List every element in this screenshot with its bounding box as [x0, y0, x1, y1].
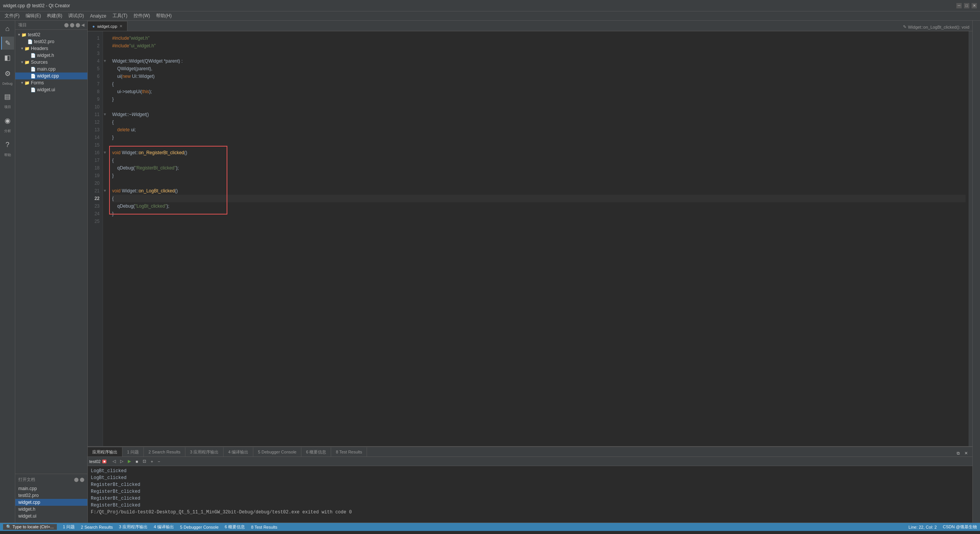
sidebar-welcome-btn[interactable]: ⌂: [1, 22, 14, 35]
fold-18: [103, 164, 109, 172]
output-line-2: LogBt_clicked: [91, 474, 969, 481]
tree-item-forms[interactable]: ▼ 📁 Forms: [15, 79, 87, 86]
ln-3: 3: [88, 50, 103, 57]
menu-build[interactable]: 构建(B): [44, 12, 65, 20]
file-tree-content[interactable]: ▼ 📁 test02 📄 test02.pro ▼ 📁 Headers 📄 wi…: [15, 30, 87, 474]
tree-icon-maincpp: 📄: [31, 67, 36, 72]
bottom-tab-appout[interactable]: 3 应用程序输出: [185, 447, 224, 457]
bottom-tab-debugger[interactable]: 5 Debugger Console: [253, 447, 301, 457]
tab-bar: ● widget.cpp ✕ ✎ Widget::on_LogBt_clicke…: [88, 21, 972, 31]
sidebar-edit-btn[interactable]: ✎: [1, 37, 14, 50]
open-file-label-widgetcpp: widget.cpp: [18, 500, 40, 505]
tree-item-sources[interactable]: ▼ 📁 Sources: [15, 59, 87, 66]
code-line-22: {: [112, 195, 966, 202]
bottom-tab-issues[interactable]: 1 问题: [122, 447, 144, 457]
fold-14: [103, 134, 109, 141]
code-scrollbar[interactable]: [969, 31, 972, 446]
bottom-panel-close-btn[interactable]: ✕: [963, 450, 969, 457]
tree-icon-widgeth: 📄: [31, 53, 36, 58]
ln-25: 25: [88, 218, 103, 225]
tree-icon-sources: 📁: [24, 60, 30, 65]
tree-item-widgetcpp[interactable]: 📄 widget.cpp: [15, 73, 87, 79]
fold-11[interactable]: ▼: [103, 111, 109, 118]
ln-11: 11: [88, 111, 103, 118]
tree-item-test02[interactable]: ▼ 📁 test02: [15, 31, 87, 38]
sidebar-projects-btn[interactable]: ▤: [1, 90, 14, 103]
output-stop-btn[interactable]: ■: [134, 458, 140, 465]
open-file-widgetui[interactable]: widget.ui: [15, 513, 87, 519]
output-remove-btn[interactable]: −: [156, 458, 162, 465]
tree-item-widgetui[interactable]: 📄 widget.ui: [15, 86, 87, 93]
bottom-tab-search[interactable]: 2 Search Results: [144, 447, 185, 457]
fold-12: [103, 118, 109, 126]
sidebar-design-btn[interactable]: ◧: [1, 51, 14, 64]
file-tree-panel: 项目 ⬤ ⬤ ⬤ ◀ ▼ 📁 test02 📄 test02.pro ▼ 📁 H…: [15, 21, 88, 523]
code-line-3: [112, 50, 966, 57]
close-button[interactable]: ✕: [972, 3, 977, 8]
fold-16[interactable]: ▼: [103, 149, 109, 156]
output-run-btn[interactable]: ▶: [126, 458, 132, 465]
bottom-tab-output[interactable]: 应用程序输出: [88, 447, 122, 457]
tab-widgetcpp[interactable]: ● widget.cpp ✕: [88, 21, 127, 31]
menu-tools[interactable]: 工具(T): [109, 12, 130, 20]
fold-4[interactable]: ▼: [103, 57, 109, 65]
menu-controls[interactable]: 控件(W): [130, 12, 153, 20]
bottom-panel-float-btn[interactable]: ⧉: [955, 450, 961, 457]
menubar: 文件(F) 编辑(E) 构建(B) 调试(D) Analyze 工具(T) 控件…: [0, 11, 980, 21]
output-tab-test02[interactable]: test02 ■: [89, 459, 106, 464]
menu-file[interactable]: 文件(F): [2, 12, 23, 20]
tab-breadcrumb-text: Widget::on_LogBt_clicked(): void: [908, 25, 969, 29]
status-summary: 6 概要信息: [225, 524, 245, 530]
bottom-tab-summary[interactable]: 6 概要信息: [301, 447, 331, 457]
menu-debug[interactable]: 调试(D): [65, 12, 87, 20]
tree-label-widgeth: widget.h: [37, 53, 54, 58]
open-file-widgetcpp[interactable]: widget.cpp: [15, 499, 87, 506]
tab-close-widgetcpp[interactable]: ✕: [119, 24, 122, 28]
bottom-panel-controls: ⧉ ✕: [952, 450, 972, 457]
statusbar: 🔍 Type to locate (Ctrl+... 1 问题 2 Search…: [0, 523, 980, 531]
maximize-button[interactable]: □: [964, 3, 969, 8]
minimize-button[interactable]: ─: [956, 3, 962, 8]
status-compile: 4 编译输出: [154, 524, 174, 530]
fold-7: [103, 80, 109, 88]
code-line-10: [112, 103, 966, 111]
sidebar-help-label: 帮助: [4, 153, 11, 158]
open-file-test02pro[interactable]: test02.pro: [15, 492, 87, 499]
tree-item-headers[interactable]: ▼ 📁 Headers: [15, 45, 87, 52]
fold-6: [103, 73, 109, 80]
sidebar-debug-label: Debug: [2, 82, 13, 86]
tab-breadcrumb-icon: ✎: [903, 24, 906, 29]
tree-arrow-headers: ▼: [20, 47, 24, 50]
ln-18: 18: [88, 164, 103, 172]
tree-item-maincpp[interactable]: 📄 main.cpp: [15, 66, 87, 73]
bottom-tab-compile[interactable]: 4 编译输出: [224, 447, 253, 457]
code-content[interactable]: #include "widget.h" #include "ui_widget.…: [109, 31, 969, 446]
menu-edit[interactable]: 编辑(E): [23, 12, 44, 20]
tree-label-headers: Headers: [31, 46, 48, 51]
sidebar-analyze-btn[interactable]: ◉: [1, 114, 14, 127]
open-file-widgeth[interactable]: widget.h: [15, 506, 87, 513]
menu-analyze[interactable]: Analyze: [87, 13, 109, 19]
output-add-btn[interactable]: +: [149, 458, 154, 465]
fold-21[interactable]: ▼: [103, 187, 109, 195]
tree-icon-widgetui: 📄: [31, 87, 36, 92]
statusbar-right: Line: 22, Col: 2 CSDN @饿基生物: [909, 524, 977, 530]
tree-icon-headers: 📁: [24, 46, 30, 51]
status-search[interactable]: 🔍 Type to locate (Ctrl+...: [3, 524, 57, 530]
open-file-maincpp[interactable]: main.cpp: [15, 485, 87, 492]
code-line-4: Widget::Widget(QWidget *parent) :: [112, 57, 966, 65]
tree-item-widgeth[interactable]: 📄 widget.h: [15, 52, 87, 59]
output-scroll-prev[interactable]: ◁: [111, 458, 117, 465]
output-clear-btn[interactable]: ⊡: [141, 458, 148, 465]
sidebar-help-btn[interactable]: ?: [1, 138, 14, 151]
code-line-19: }: [112, 172, 966, 179]
tree-item-test02pro[interactable]: 📄 test02.pro: [15, 38, 87, 45]
tree-icon-forms: 📁: [24, 81, 30, 86]
sidebar-debug-btn[interactable]: ⚙: [1, 67, 14, 80]
output-scroll-next[interactable]: ▷: [119, 458, 125, 465]
menu-help[interactable]: 帮助(H): [153, 12, 175, 20]
fold-column: ▼ ▼ ▼ ▼: [103, 31, 109, 446]
bottom-panel-content: LogBt_clicked LogBt_clicked RegisterBt_c…: [88, 466, 972, 523]
bottom-tab-tests[interactable]: 8 Test Results: [331, 447, 367, 457]
titlebar-controls: ─ □ ✕: [956, 3, 977, 8]
